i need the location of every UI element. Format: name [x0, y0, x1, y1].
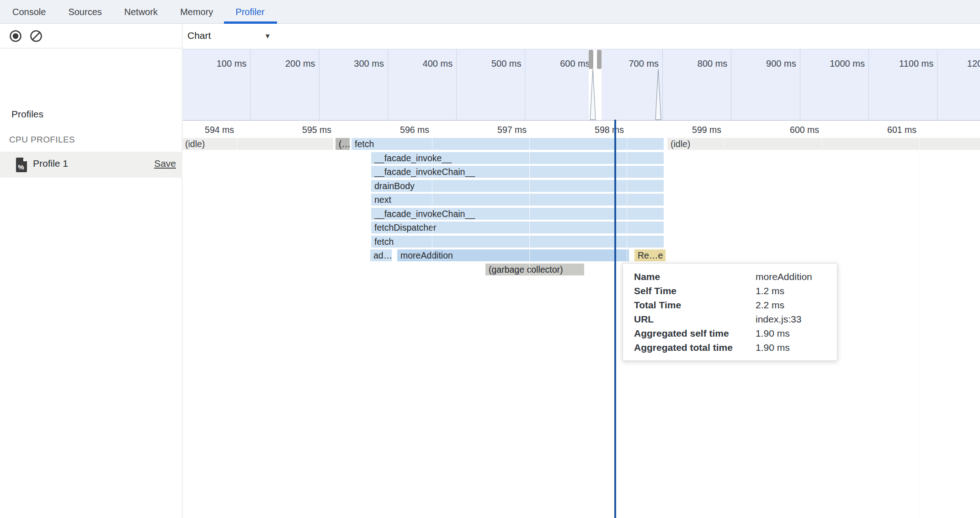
tooltip-value: index.js:33 — [756, 312, 826, 326]
flame-bar-facade-invoke-chain[interactable]: __facade_invokeChain__ — [371, 166, 664, 178]
tooltip-label: Self Time — [634, 284, 756, 298]
grid-line — [529, 138, 530, 518]
profile-name: Profile 1 — [33, 158, 68, 169]
record-icon[interactable] — [9, 30, 22, 42]
save-profile-link[interactable]: Save — [154, 158, 176, 169]
flame-bar-fetch-dispatcher[interactable]: fetchDispatcher — [371, 222, 664, 233]
tooltip-row: URLindex.js:33 — [634, 312, 826, 326]
time-tick: 598 ms — [555, 125, 624, 135]
flame-bar-facade-invoke-chain[interactable]: __facade_invokeChain__ — [371, 208, 664, 220]
time-tick: 594 ms — [165, 125, 234, 135]
tooltip-value: 1.90 ms — [756, 340, 826, 354]
time-tick: 600 ms — [751, 125, 819, 135]
tooltip-label: URL — [634, 312, 756, 326]
devtools-tabbar: ConsoleSourcesNetworkMemoryProfiler — [0, 0, 980, 24]
playhead-line — [614, 120, 616, 518]
view-mode-value: Chart — [187, 30, 211, 41]
tab-console[interactable]: Console — [7, 0, 51, 24]
flame-bar-facade-invoke[interactable]: __facade_invoke__ — [371, 152, 664, 164]
flame-bar-idle[interactable]: (idle) — [667, 138, 980, 150]
tooltip-value: 1.2 ms — [756, 284, 826, 298]
profiler-toolbar — [0, 24, 182, 48]
tab-memory[interactable]: Memory — [175, 0, 218, 24]
cpu-activity-spikes — [183, 49, 980, 120]
tab-profiler[interactable]: Profiler — [230, 0, 270, 24]
tooltip-row: Aggregated total time1.90 ms — [634, 340, 826, 354]
flame-chart: (idle)(…fetch(idle)__facade_invoke____fa… — [183, 138, 980, 518]
flame-bar-fetch[interactable]: fetch — [371, 236, 664, 248]
tooltip-label: Name — [634, 270, 756, 284]
profile-list-item[interactable]: % Profile 1 Save — [0, 152, 182, 178]
flame-bar-next[interactable]: next — [371, 194, 664, 206]
tooltip-row: Aggregated self time1.90 ms — [634, 326, 826, 340]
flame-bar-add-numbers-truncated[interactable]: ad…s — [370, 249, 392, 261]
tab-network[interactable]: Network — [119, 0, 163, 24]
time-tick: 599 ms — [653, 125, 721, 135]
flame-bar-drain-body[interactable]: drainBody — [371, 180, 664, 192]
tooltip-label: Total Time — [634, 298, 756, 312]
clear-icon[interactable] — [30, 30, 43, 42]
profile-document-icon: % — [15, 157, 28, 173]
time-tick: 601 ms — [848, 125, 916, 135]
tooltip-row: NamemoreAddition — [634, 270, 826, 284]
tooltip-value: 2.2 ms — [756, 298, 826, 312]
grid-line — [919, 138, 920, 518]
time-tick: 596 ms — [361, 125, 429, 135]
frame-tooltip: NamemoreAdditionSelf Time1.2 msTotal Tim… — [623, 263, 837, 361]
tooltip-row: Total Time2.2 ms — [634, 298, 826, 312]
profiles-title: Profiles — [11, 109, 43, 120]
svg-text:%: % — [18, 163, 24, 171]
time-tick: 597 ms — [458, 125, 527, 135]
profiles-sidebar: Profiles CPU PROFILES % Profile 1 Save — [0, 48, 182, 518]
view-mode-select[interactable]: Chart ▼ — [187, 29, 279, 44]
profiler-main-pane: Chart ▼ 100 ms200 ms300 ms400 ms500 ms60… — [183, 24, 980, 518]
selection-handle-left[interactable] — [589, 50, 593, 69]
flame-bar-garbage-collector[interactable]: (garbage collector) — [485, 264, 584, 275]
tooltip-row: Self Time1.2 ms — [634, 284, 826, 298]
grid-line — [237, 138, 237, 518]
flame-bar-truncated-frame[interactable]: (… — [336, 138, 350, 150]
flame-bar-idle[interactable]: (idle) — [183, 138, 333, 150]
flame-bar-fetch[interactable]: fetch — [352, 138, 664, 150]
time-tick: 595 ms — [263, 125, 331, 135]
grid-line — [334, 138, 335, 518]
tab-sources[interactable]: Sources — [63, 0, 107, 24]
tooltip-label: Aggregated total time — [634, 340, 756, 354]
timeline-overview[interactable]: 100 ms200 ms300 ms400 ms500 ms600 ms700 … — [183, 49, 980, 121]
tooltip-value: 1.90 ms — [756, 326, 826, 340]
detail-time-ruler: 594 ms595 ms596 ms597 ms598 ms599 ms600 … — [183, 121, 980, 138]
selection-handle-right[interactable] — [597, 50, 602, 69]
flame-bar-truncated-frame[interactable]: Re…e — [634, 249, 666, 261]
chart-toolbar: Chart ▼ — [183, 24, 980, 49]
tooltip-label: Aggregated self time — [634, 326, 756, 340]
tooltip-value: moreAddition — [756, 270, 826, 284]
devtools-profiler-panel: ConsoleSourcesNetworkMemoryProfiler Prof… — [0, 0, 980, 518]
chevron-down-icon: ▼ — [264, 32, 271, 40]
grid-line — [432, 138, 432, 518]
cpu-profiles-section-header: CPU PROFILES — [9, 135, 75, 145]
